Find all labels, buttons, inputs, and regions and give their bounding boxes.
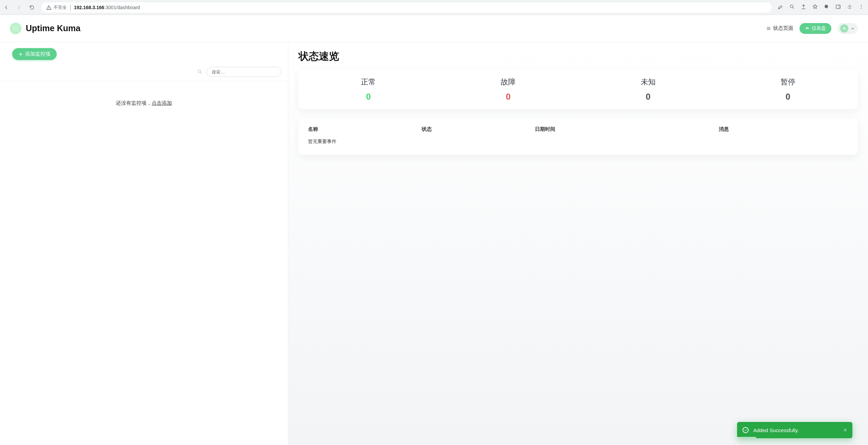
- kebab-menu-icon[interactable]: [859, 4, 864, 11]
- zoom-icon[interactable]: [789, 4, 795, 11]
- panel-icon[interactable]: [835, 4, 841, 11]
- address-bar[interactable]: 不安全 192.168.3.166:3001/dashboard: [41, 2, 772, 13]
- search-row: [0, 65, 288, 81]
- stat-paused-label: 暂停: [718, 77, 858, 87]
- main-content: 状态速览 正常 0 故障 0 未知 0 暂停 0: [288, 42, 868, 445]
- reload-button[interactable]: [28, 4, 35, 11]
- search-input[interactable]: [207, 67, 281, 77]
- toast-close-button[interactable]: ×: [843, 427, 847, 434]
- stat-up: 正常 0: [298, 77, 438, 102]
- sidebar-empty-add-link[interactable]: 点击添加: [152, 100, 172, 106]
- events-table-header: 名称 状态 日期时间 消息: [308, 126, 848, 135]
- add-monitor-label: 添加监控项: [25, 51, 51, 57]
- stats-card: 正常 0 故障 0 未知 0 暂停 0: [298, 69, 858, 109]
- share-icon[interactable]: [801, 4, 806, 11]
- key-icon[interactable]: [778, 4, 783, 11]
- insecure-badge: 不安全: [46, 4, 71, 11]
- user-menu[interactable]: A: [837, 23, 858, 34]
- stat-up-value: 0: [298, 92, 438, 102]
- plus-icon: [18, 52, 23, 57]
- nav-status-page-label: 状态页面: [773, 25, 793, 32]
- logo-icon: [10, 23, 21, 34]
- svg-point-6: [849, 5, 851, 7]
- app-header: Uptime Kuma 状态页面 仪表盘 A: [0, 15, 868, 42]
- stat-down-value: 0: [438, 92, 578, 102]
- nav-status-page[interactable]: 状态页面: [766, 25, 793, 32]
- search-icon: [197, 69, 202, 75]
- col-date: 日期时间: [535, 126, 719, 135]
- bookmark-icon[interactable]: [812, 4, 818, 11]
- svg-rect-4: [838, 5, 840, 8]
- warning-icon: [46, 5, 52, 10]
- arrow-right-icon: [16, 5, 22, 10]
- stat-down: 故障 0: [438, 77, 578, 102]
- svg-point-10: [198, 70, 201, 73]
- page-title: 状态速览: [298, 49, 858, 63]
- list-icon: [766, 26, 771, 31]
- toast-progress: [737, 437, 756, 438]
- stat-unknown-value: 0: [578, 92, 718, 102]
- app-body: 添加监控项 还没有监控项，点击添加 状态速览 正常 0 故障 0: [0, 42, 868, 445]
- forward-button[interactable]: [16, 4, 22, 11]
- col-msg: 消息: [719, 126, 848, 135]
- reload-icon: [29, 5, 35, 10]
- chevron-down-icon: [850, 26, 855, 31]
- svg-point-8: [861, 6, 862, 7]
- col-name: 名称: [308, 126, 422, 135]
- sidebar: 添加监控项 还没有监控项，点击添加: [0, 42, 288, 445]
- browser-right-icons: [778, 4, 865, 11]
- stat-unknown: 未知 0: [578, 77, 718, 102]
- stat-unknown-label: 未知: [578, 77, 718, 87]
- svg-rect-1: [49, 8, 49, 9]
- nav-dashboard-button[interactable]: 仪表盘: [799, 23, 831, 34]
- check-circle-icon: ✓: [742, 427, 749, 433]
- brand[interactable]: Uptime Kuma: [10, 23, 80, 34]
- insecure-label: 不安全: [54, 4, 67, 11]
- nav-dashboard-label: 仪表盘: [812, 25, 826, 32]
- sidebar-empty-message: 还没有监控项，点击添加: [0, 81, 288, 106]
- add-monitor-button[interactable]: 添加监控项: [12, 48, 57, 60]
- svg-point-7: [861, 5, 862, 5]
- stat-paused-value: 0: [718, 92, 858, 102]
- extensions-icon[interactable]: [824, 4, 829, 11]
- avatar: A: [840, 24, 848, 33]
- stat-up-label: 正常: [298, 77, 438, 87]
- app-title: Uptime Kuma: [26, 23, 80, 33]
- url-text: 192.168.3.166:3001/dashboard: [74, 5, 140, 10]
- col-status: 状态: [422, 126, 535, 135]
- events-card: 名称 状态 日期时间 消息 暂无重要事件: [298, 119, 858, 155]
- back-button[interactable]: [3, 4, 9, 11]
- profile-icon[interactable]: [847, 4, 852, 11]
- svg-point-2: [790, 5, 793, 7]
- events-empty-text: 暂无重要事件: [308, 135, 848, 145]
- stat-down-label: 故障: [438, 77, 578, 87]
- toast-success: ✓ Added Successfully. ×: [737, 422, 852, 438]
- browser-toolbar: 不安全 192.168.3.166:3001/dashboard: [0, 0, 868, 15]
- stat-paused: 暂停 0: [718, 77, 858, 102]
- arrow-left-icon: [3, 5, 9, 10]
- svg-rect-0: [49, 7, 49, 8]
- gauge-icon: [805, 26, 810, 31]
- toast-text: Added Successfully.: [753, 427, 799, 433]
- svg-point-9: [861, 8, 862, 8]
- sidebar-empty-prefix: 还没有监控项，: [116, 100, 152, 106]
